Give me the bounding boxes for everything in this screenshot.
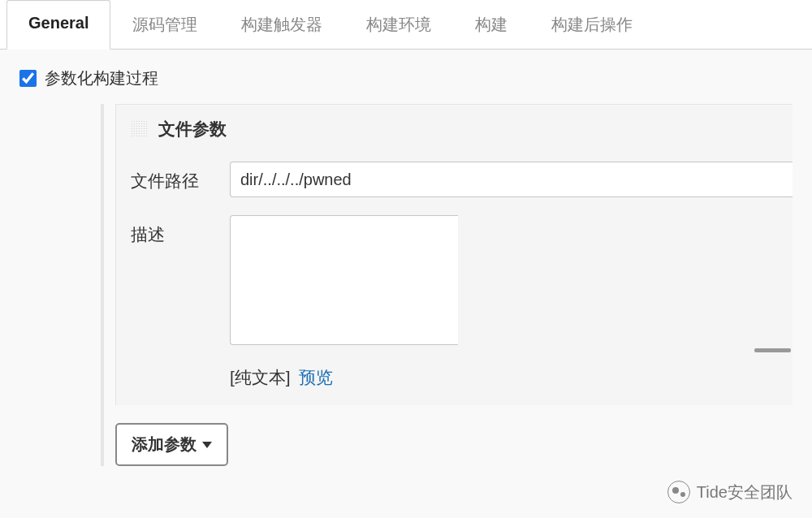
add-param-label: 添加参数 bbox=[132, 434, 197, 455]
drag-handle-icon[interactable] bbox=[131, 120, 149, 138]
description-textarea[interactable] bbox=[230, 215, 458, 345]
tab-environment[interactable]: 构建环境 bbox=[344, 0, 453, 49]
format-row: [纯文本] 预览 bbox=[230, 366, 793, 389]
file-path-input[interactable] bbox=[230, 162, 793, 197]
config-tabs: General 源码管理 构建触发器 构建环境 构建 构建后操作 bbox=[0, 0, 812, 50]
parameterized-build-checkbox[interactable] bbox=[19, 70, 37, 87]
content-area: 参数化构建过程 文件参数 文件路径 描述 [纯文本] 预览 bbox=[0, 50, 812, 466]
chevron-down-icon bbox=[202, 442, 212, 448]
tab-general[interactable]: General bbox=[6, 0, 110, 50]
tab-scm[interactable]: 源码管理 bbox=[110, 0, 219, 49]
plain-text-label: [纯文本] bbox=[230, 368, 291, 386]
parameterized-build-label: 参数化构建过程 bbox=[45, 67, 158, 89]
description-label: 描述 bbox=[131, 215, 230, 246]
file-path-row: 文件路径 bbox=[131, 162, 793, 197]
add-param-button[interactable]: 添加参数 bbox=[115, 423, 228, 466]
file-param-box: 文件参数 文件路径 描述 [纯文本] 预览 bbox=[115, 104, 793, 405]
param-title: 文件参数 bbox=[158, 118, 227, 140]
tab-postbuild[interactable]: 构建后操作 bbox=[529, 0, 654, 49]
description-wrapper bbox=[230, 215, 793, 348]
parameterized-build-row: 参数化构建过程 bbox=[19, 67, 793, 89]
tab-build[interactable]: 构建 bbox=[453, 0, 529, 49]
resize-handle-icon[interactable] bbox=[754, 348, 791, 352]
param-header: 文件参数 bbox=[131, 118, 793, 140]
param-container: 文件参数 文件路径 描述 [纯文本] 预览 添加参数 bbox=[101, 104, 793, 466]
file-path-label: 文件路径 bbox=[131, 162, 230, 192]
description-row: 描述 bbox=[131, 215, 793, 348]
preview-link[interactable]: 预览 bbox=[299, 368, 333, 386]
watermark-text: Tide安全团队 bbox=[697, 481, 793, 503]
wechat-icon bbox=[667, 481, 690, 503]
tab-triggers[interactable]: 构建触发器 bbox=[219, 0, 344, 49]
watermark: Tide安全团队 bbox=[667, 481, 793, 503]
